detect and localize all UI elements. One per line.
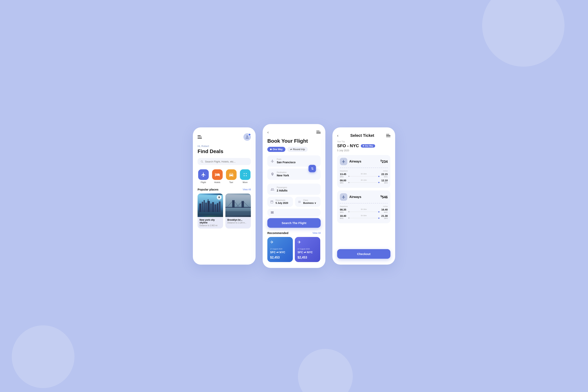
plane-arrow-0-1: ✈ [348,182,350,184]
passengers-label: Passengers [277,186,288,188]
seg-dot-1-1 [378,218,380,219]
airline-price-0: $234 [380,159,388,164]
avatar[interactable] [244,133,251,141]
seg-line-row-1-1: ✈ [348,217,380,219]
dep-time-0-0: 13.45 [340,173,347,176]
plane-arrow-1-1: ✈ [348,217,350,219]
category-hotels[interactable]: Hotels [212,169,223,184]
badge-dot [363,145,364,146]
rec-card-0[interactable]: ✈ 17 August 2020 SFC ⇌ NYC $2,453 [267,237,293,262]
calendar-icon [270,200,274,204]
seg-line-0-0 [350,176,378,176]
more-dots-icon [243,172,248,177]
departures-card[interactable]: Departures 5 July 2020 [267,197,293,207]
arr-col-1-0: 16.40 NYC [380,208,388,213]
book-title: Book Your Flight [267,138,321,144]
back-button[interactable]: ‹ [267,130,269,134]
recommended-view-all[interactable]: View All [312,232,321,234]
svg-rect-16 [219,202,220,212]
svg-rect-18 [226,207,251,208]
place-card-nyc[interactable]: New york city skyline Distance to 2.902 … [198,194,223,228]
price-sup-0: $ [380,159,382,162]
segment-1-0: 08.35 SFO 5h 30m ✈ 16.40 NYC [340,208,388,213]
arr-airport-1-1: SFO [380,217,388,219]
airline-icon-0 [340,158,347,165]
menu-icon-3[interactable] [386,134,390,137]
swap-button[interactable]: ⇅ [308,165,316,172]
class-label: Class [303,199,316,201]
popular-title: Popular places [198,188,218,191]
seg-middle-0-0: 5h 30m ✈ [347,173,380,178]
airline-price-1: $546 [380,195,388,199]
search-flight-button[interactable]: Search The Flight [267,218,321,228]
category-flight[interactable]: Flight [198,169,209,184]
rec-card-1[interactable]: ✈ 17 August 2020 SFC ⇌ NYC $2,453 [295,237,320,262]
menu-icon-2[interactable] [316,131,321,134]
ticket-card-1[interactable]: Airways $546 Departure Arrive 08.35 SFO [337,190,390,223]
one-way-toggle[interactable]: One Way [267,147,286,152]
svg-point-2 [244,175,244,176]
one-way-label: One Way [273,148,283,151]
popular-section-header: Popular places View All [198,188,251,191]
dep-airport-0-0: SFO [340,176,347,178]
seg-duration-1-1: 5h 58m [361,214,367,216]
from-to-section: From San Francisco ⇅ Destination New Yor… [267,156,321,182]
ticket-labels-1: Departure Arrive [340,206,388,207]
seg-line-1-0 [350,212,378,212]
coupon-icon [270,211,274,214]
ticket-card-0[interactable]: Airways $234 Departure Arrive 13.45 [337,155,390,188]
class-card[interactable]: Class Business ∨ [295,197,321,207]
airline-name-1: Airways [349,195,361,199]
search-bar[interactable] [198,158,251,165]
search-icon [200,160,204,163]
menu-icon[interactable] [198,136,202,138]
screen-find-deals: Hi, Robert Find Deals Flight Hotels [193,128,256,264]
svg-rect-9 [205,203,207,212]
hotels-label: Hotels [214,181,220,184]
category-more[interactable]: More [239,169,251,184]
plane-icon [201,172,206,177]
passengers-icon [270,188,274,191]
svg-rect-7 [202,202,203,212]
trip-toggle: One Way ⇌ Round trip [267,147,321,152]
nyc-image [198,194,223,217]
svg-rect-12 [210,204,212,212]
hotels-icon-bg [212,169,223,180]
segment-0-0: 13.45 SFO 5h 30m ✈ 22.15 NYC [340,173,388,178]
brooklyn-distance: Distance to 2.128 m... [227,222,249,224]
svg-point-0 [244,173,244,174]
round-trip-label: Round trip [293,148,305,151]
dep-class-row: Departures 5 July 2020 Class Business ∨ [267,197,321,207]
more-icon-bg [240,169,250,180]
rec-plane-icon-1: ✈ [298,240,318,245]
class-icon [298,200,301,204]
arr-airport-0-1: SFO [380,182,388,184]
place-card-brooklyn[interactable]: Brooklyn br... Distance to 2.128 m... [226,194,251,228]
seg-line-0-1 [350,182,378,183]
taxi-icon-bg [226,169,236,180]
popular-view-all[interactable]: View All [243,188,251,191]
segment-0-1: 09.00 NFC 6h 10m ✈ 12.10 SFO [340,179,388,184]
trip-route-row: SFO - NYC One Way [337,143,390,148]
trip-route: SFO - NYC [337,143,359,148]
seg-dot-0-1 [378,182,380,183]
coupon-card[interactable] [267,209,321,216]
dep-time-1-0: 08.35 [340,208,347,211]
search-input[interactable] [205,160,248,163]
from-value: San Francisco [277,161,296,164]
round-trip-toggle[interactable]: ⇌ Round trip [287,147,308,152]
bookmark-icon[interactable] [217,195,222,200]
airline-name-0: Airways [349,160,361,163]
back-button-3[interactable]: ‹ [337,133,338,138]
arr-time-0-0: 22.15 [380,173,388,176]
rec-price-1: $2,453 [298,256,318,259]
places-grid: New york city skyline Distance to 2.902 … [198,194,251,228]
passengers-card[interactable]: Passengers 2 Adults [267,184,321,195]
seg-dot-1-0 [378,211,380,212]
category-taxi[interactable]: Taxi [226,169,237,184]
dep-col-1-0: 08.35 SFO [340,208,347,213]
dep-airport-1-0: SFO [340,211,347,213]
dep-label: Departures [276,199,288,201]
checkout-button[interactable]: Checkout [337,249,390,259]
seg-middle-1-1: 5h 58m ✈ [347,214,380,219]
